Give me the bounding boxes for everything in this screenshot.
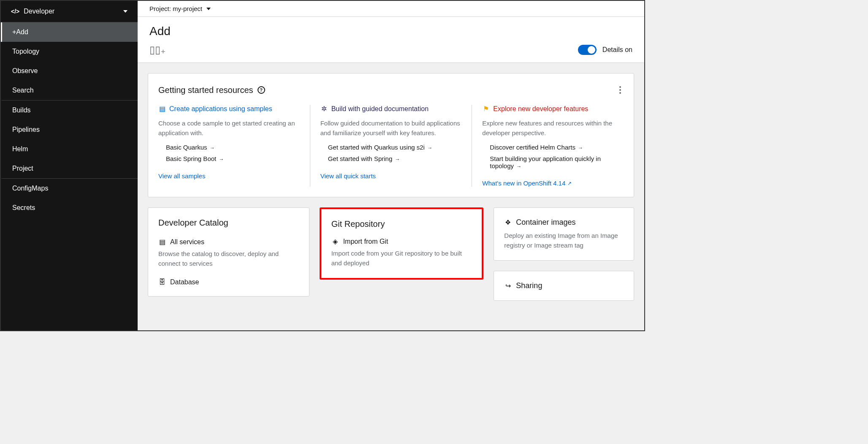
sidebar-item-configmaps[interactable]: ConfigMaps — [1, 179, 138, 198]
details-label: Details on — [602, 46, 632, 54]
arrow-right-icon: → — [578, 145, 583, 151]
view-all-quickstarts-link[interactable]: View all quick starts — [320, 172, 462, 180]
gs-guided-heading[interactable]: ✲ Build with guided documentation — [320, 105, 462, 113]
gs-col-samples: ▤ Create applications using samples Choo… — [158, 105, 310, 187]
catalog-database[interactable]: 🗄 Database — [158, 278, 299, 286]
gs-col-explore: ⚑ Explore new developer features Explore… — [472, 105, 624, 187]
card-title: Developer Catalog — [158, 218, 299, 228]
nav-list: +Add Topology Observe Search Builds Pipe… — [1, 22, 138, 218]
gs-link[interactable]: Start building your application quickly … — [490, 155, 624, 169]
book-icon: ▤ — [158, 238, 166, 246]
gs-guided-desc: Follow guided documentation to build app… — [320, 119, 462, 138]
getting-started-title: Getting started resources — [158, 85, 253, 95]
gs-link[interactable]: Basic Quarkus → — [166, 144, 300, 151]
arrow-right-icon: → — [219, 156, 224, 162]
share-icon: ↪ — [504, 282, 512, 290]
gs-link[interactable]: Basic Spring Boot → — [166, 155, 300, 162]
git-repository-card: Git Repository ◈ Import from Git Import … — [320, 207, 484, 280]
sidebar: </> Developer +Add Topology Observe Sear… — [1, 1, 138, 330]
gs-link[interactable]: Get started with Quarkus using s2i → — [328, 144, 462, 151]
container-images-card[interactable]: ❖ Container images Deploy an existing Im… — [494, 207, 634, 261]
arrow-right-icon: → — [395, 156, 400, 162]
gs-link[interactable]: Discover certified Helm Charts → — [490, 144, 624, 151]
card-title: Git Repository — [331, 219, 472, 229]
external-link-icon: ↗ — [567, 180, 572, 186]
project-bar[interactable]: Project: my-project — [138, 1, 644, 17]
sidebar-item-add[interactable]: +Add — [1, 22, 138, 42]
details-toggle-group: Details on — [578, 45, 632, 55]
import-from-git[interactable]: ◈ Import from Git Import code from your … — [331, 237, 472, 268]
whats-new-link[interactable]: What's new in OpenShift 4.14 ↗ — [482, 180, 624, 187]
content-area: Getting started resources ? ▤ Create app… — [138, 63, 644, 330]
right-column: ❖ Container images Deploy an existing Im… — [494, 207, 634, 301]
gs-samples-heading[interactable]: ▤ Create applications using samples — [158, 105, 300, 113]
gs-explore-desc: Explore new features and resources withi… — [482, 119, 624, 138]
page-header: Add ▯▯₊ Details on — [138, 17, 644, 63]
gs-explore-heading[interactable]: ⚑ Explore new developer features — [482, 105, 624, 113]
chevron-down-icon — [123, 10, 127, 13]
sidebar-item-topology[interactable]: Topology — [1, 42, 138, 61]
sidebar-item-secrets[interactable]: Secrets — [1, 198, 138, 218]
view-all-samples-link[interactable]: View all samples — [158, 172, 300, 180]
gs-col-guided: ✲ Build with guided documentation Follow… — [310, 105, 472, 187]
database-icon: 🗄 — [158, 278, 166, 286]
help-icon[interactable]: ? — [258, 86, 265, 94]
developer-catalog-card: Developer Catalog ▤ All services Browse … — [148, 207, 309, 297]
kebab-menu[interactable] — [617, 84, 624, 96]
code-icon: </> — [11, 8, 19, 15]
sidebar-item-helm[interactable]: Helm — [1, 139, 138, 159]
book-icon: ▤ — [158, 105, 166, 113]
page-title: Add — [149, 25, 632, 38]
sidebar-item-pipelines[interactable]: Pipelines — [1, 120, 138, 139]
route-icon: ✲ — [320, 105, 328, 113]
project-label: Project: my-project — [149, 5, 202, 12]
chevron-down-icon — [206, 8, 211, 10]
gs-link[interactable]: Get started with Spring → — [328, 155, 462, 162]
arrow-right-icon: → — [516, 163, 521, 169]
book-icon[interactable]: ▯▯₊ — [149, 44, 166, 56]
git-icon: ◈ — [331, 237, 339, 245]
catalog-all-services[interactable]: ▤ All services Browse the catalog to dis… — [158, 238, 299, 268]
arrow-right-icon: → — [210, 145, 215, 151]
main-content: Project: my-project Add ▯▯₊ Details on G… — [138, 1, 644, 330]
gs-samples-desc: Choose a code sample to get started crea… — [158, 119, 300, 138]
arrow-right-icon: → — [427, 145, 432, 151]
flag-icon: ⚑ — [482, 105, 490, 113]
sidebar-item-search[interactable]: Search — [1, 81, 138, 100]
sidebar-item-builds[interactable]: Builds — [1, 101, 138, 120]
sharing-card[interactable]: ↪ Sharing — [494, 271, 634, 301]
perspective-switcher[interactable]: </> Developer — [1, 1, 138, 22]
details-toggle[interactable] — [578, 45, 597, 55]
sidebar-item-project[interactable]: Project — [1, 159, 138, 178]
getting-started-card: Getting started resources ? ▤ Create app… — [148, 73, 634, 197]
perspective-label: Developer — [24, 8, 54, 15]
sidebar-item-observe[interactable]: Observe — [1, 61, 138, 81]
layers-icon: ❖ — [504, 218, 512, 226]
